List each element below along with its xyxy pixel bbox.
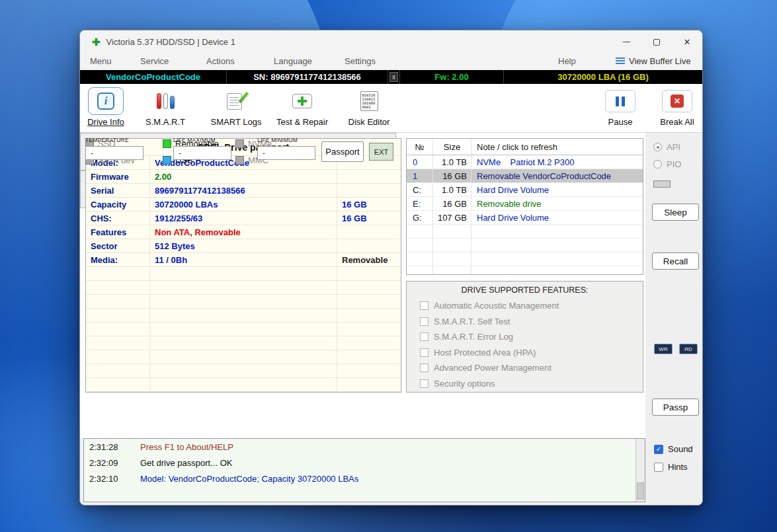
log-entry: 2:31:28 Press F1 to About/HELP (84, 442, 645, 455)
feature-label: Security options (434, 379, 495, 389)
feature-checkbox[interactable] (420, 363, 429, 372)
buffer-list-icon (616, 57, 625, 65)
tab-drive-info[interactable]: i Drive Info (87, 87, 125, 127)
drive-num: G: (407, 211, 433, 224)
feature-item: Security options (407, 376, 643, 392)
passport-row-label: Capacity (86, 198, 150, 211)
log-entry: 2:32:10 Model: VendorCoProductCode; Capa… (84, 474, 645, 487)
drive-size: 107 GB (433, 211, 471, 224)
passport-row-value: Non ATA, Removable (150, 225, 337, 239)
drive-note: Removable VendorCoProductCode (471, 169, 643, 182)
drive-note: Removable drive (471, 197, 643, 210)
tab-test-repair-label: Test & Repair (276, 117, 328, 127)
passport-row-extra: 16 GB (337, 198, 401, 211)
toolbar: i Drive Info S.M.A.R.T SMART Logs Test &… (80, 84, 702, 133)
status-indicator (653, 180, 671, 188)
features-title: DRIVE SUPPORTED FEATURES: (407, 282, 643, 298)
break-all-icon-frame: ✕ (662, 90, 692, 112)
api-label: API (667, 142, 680, 152)
close-button[interactable]: ✕ (672, 30, 702, 54)
menu-item-help[interactable]: Help (558, 56, 576, 66)
log-time: 2:31:28 (89, 442, 118, 452)
drive-col-num: № (407, 139, 433, 155)
recall-button[interactable]: Recall (652, 252, 699, 270)
right-sidebar: API PIO Sleep Recall WR RD Passp ✓ Sound… (645, 133, 703, 506)
drive-row[interactable]: G: 107 GB Hard Drive Volume (407, 211, 643, 225)
feature-checkbox[interactable] (420, 301, 429, 310)
pio-label: PIO (667, 159, 681, 169)
sleep-button[interactable]: Sleep (652, 204, 699, 221)
maximize-button[interactable] (641, 30, 672, 54)
serial-close-button[interactable]: x (389, 72, 398, 82)
feature-checkbox[interactable] (420, 379, 429, 388)
stat-life-minimum: LIFE MINIMUM - (257, 137, 315, 160)
stat-value: - (85, 146, 143, 160)
feature-checkbox[interactable] (420, 348, 429, 357)
passport-row-value: 512 Bytes (150, 239, 337, 252)
drive-row-selected[interactable]: 1 16 GB Removable VendorCoProductCode (407, 169, 643, 183)
passport-row-extra (337, 225, 401, 239)
feature-item: S.M.A.R.T. Self Test (407, 314, 643, 330)
passport-button[interactable]: Passport (321, 141, 364, 162)
app-icon: ✚ (92, 36, 101, 48)
feature-checkbox[interactable] (420, 332, 429, 341)
feature-label: Automatic Acoustic Management (434, 301, 559, 311)
hints-checkbox[interactable] (654, 463, 663, 472)
tab-smart-logs[interactable]: SMART Logs (211, 87, 261, 127)
stat-life-maximum: LIFE MAXIMUM - (173, 137, 231, 160)
menu-item-language[interactable]: Language (274, 56, 312, 66)
drive-size: 16 GB (433, 197, 471, 210)
log-time: 2:32:09 (89, 458, 118, 468)
smart-tubes-icon (157, 93, 175, 109)
passport-empty-row (86, 350, 401, 364)
drive-list-header[interactable]: № Size Note / click to refresh (407, 139, 643, 155)
drive-col-note: Note / click to refresh (471, 139, 643, 155)
rd-button[interactable]: RD (679, 344, 698, 354)
feature-item: Advanced Power Management (407, 360, 643, 376)
drive-size: 16 GB (433, 169, 471, 182)
drive-row[interactable]: E: 16 GB Removable drive (407, 197, 643, 211)
log-scrollbar-thumb[interactable] (637, 482, 644, 500)
tab-test-repair[interactable]: Test & Repair (271, 87, 333, 127)
passport-row-extra: Removable (337, 253, 401, 266)
tab-smart[interactable]: S.M.A.R.T (140, 87, 191, 127)
break-all-button[interactable]: ✕ Break All (657, 87, 698, 127)
passport-row: Media: 11 / 0Bh Removable (86, 253, 401, 267)
close-icon: ✕ (684, 37, 691, 47)
drive-num: 0 (407, 155, 433, 169)
device-firmware: Fw: 2.00 (400, 70, 504, 84)
smart-logs-icon (227, 92, 245, 110)
menu-item-settings[interactable]: Settings (345, 56, 376, 66)
feature-label: S.M.A.R.T. Self Test (434, 317, 510, 326)
passport-empty-row (86, 281, 401, 295)
drive-empty-row (407, 252, 643, 266)
drive-row[interactable]: C: 1.0 TB Hard Drive Volume (407, 183, 643, 197)
menu-item-service[interactable]: Service (140, 56, 169, 66)
drive-note: NVMe Patriot M.2 P300 (471, 155, 643, 169)
sound-checkbox-row: ✓ Sound (654, 444, 693, 454)
minimize-icon (623, 42, 630, 42)
log-scrollbar[interactable] (635, 439, 645, 502)
tab-disk-editor[interactable]: 010110 110011 101000 0001 Disk Editor (344, 87, 394, 127)
drive-row[interactable]: 0 1.0 TB NVMe Patriot M.2 P300 (407, 155, 643, 169)
passp-button[interactable]: Passp (652, 399, 699, 416)
passport-empty-row (86, 378, 401, 392)
log-time: 2:32:10 (89, 474, 118, 484)
pio-radio[interactable] (653, 160, 662, 169)
wr-button[interactable]: WR (654, 344, 673, 354)
device-info-bar: VendorCoProductCode SN: 8969791177412138… (80, 70, 702, 84)
drive-note: Hard Drive Volume (471, 183, 643, 196)
feature-item: S.M.A.R.T. Error Log (407, 329, 643, 345)
pause-button[interactable]: Pause (602, 87, 639, 127)
titlebar[interactable]: ✚ Victoria 5.37 HDD/SSD | Device 1 ✕ (80, 30, 702, 54)
menu-item-actions[interactable]: Actions (206, 56, 235, 66)
passport-row-value: 11 / 0Bh (150, 253, 337, 266)
sound-checkbox[interactable]: ✓ (654, 445, 663, 454)
api-radio[interactable] (653, 143, 662, 151)
view-buffer-live-button[interactable]: View Buffer Live (616, 56, 690, 66)
ext-button[interactable]: EXT (369, 143, 393, 161)
menu-item-menu[interactable]: Menu (90, 56, 112, 66)
passport-empty-row (86, 267, 401, 281)
feature-checkbox[interactable] (420, 317, 429, 326)
minimize-button[interactable] (611, 30, 641, 54)
